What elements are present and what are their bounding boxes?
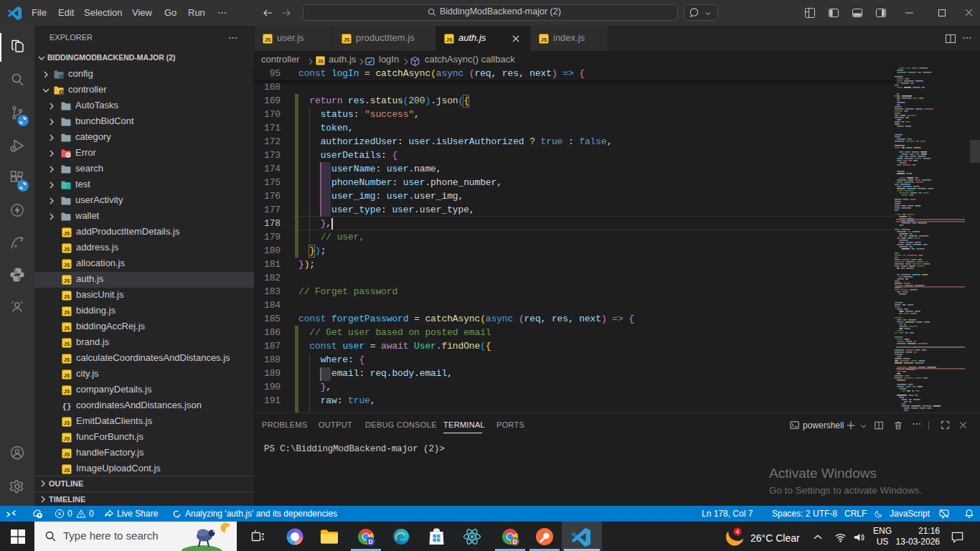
svg-text:JS: JS: [343, 37, 349, 43]
svg-text:JS: JS: [63, 246, 70, 253]
svg-text:JS: JS: [63, 341, 70, 347]
svg-text:JS: JS: [63, 262, 70, 268]
svg-text:JS: JS: [63, 372, 70, 379]
svg-text:JS: JS: [63, 435, 70, 442]
svg-text:JS: JS: [63, 325, 70, 331]
svg-text:JS: JS: [63, 309, 70, 316]
svg-text:JS: JS: [63, 278, 70, 284]
svg-text:JS: JS: [264, 37, 270, 43]
svg-text:JS: JS: [63, 230, 70, 237]
svg-text:D: D: [368, 538, 372, 545]
svg-text:JS: JS: [63, 357, 70, 363]
svg-text:JS: JS: [446, 37, 452, 43]
svg-text:JS: JS: [63, 451, 70, 458]
svg-text:JS: JS: [63, 467, 70, 474]
svg-text:JS: JS: [63, 293, 70, 300]
svg-text:JS: JS: [63, 420, 70, 426]
svg-text:4: 4: [735, 528, 739, 535]
svg-text:JS: JS: [540, 37, 547, 43]
svg-text:{}: {}: [62, 402, 72, 411]
svg-text:JS: JS: [317, 59, 324, 64]
svg-text:D: D: [512, 538, 517, 545]
svg-text:JS: JS: [63, 388, 70, 395]
